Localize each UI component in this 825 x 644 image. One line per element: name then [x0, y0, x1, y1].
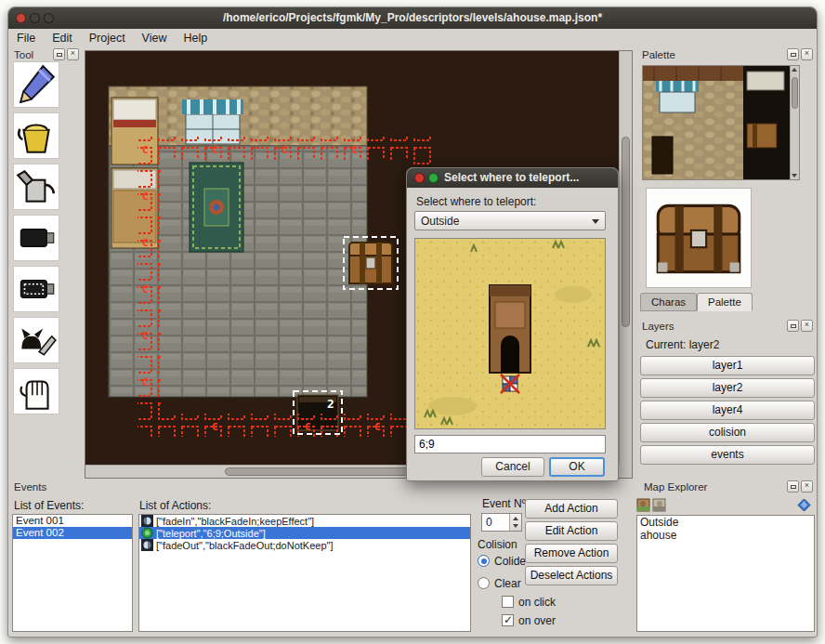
layers-dock-float-icon[interactable] — [787, 320, 799, 332]
charas-tool[interactable] — [13, 317, 59, 363]
actions-list[interactable]: ["fadeIn","blackFadeIn;keepEffect"] ["te… — [138, 514, 471, 632]
event-no-label: Event Nº — [482, 497, 526, 510]
spinner-buttons[interactable] — [509, 514, 521, 531]
new-map-icon[interactable] — [636, 498, 650, 512]
colide-radio-label[interactable]: Colide — [494, 555, 526, 568]
tileset-gem-icon[interactable] — [797, 498, 811, 512]
palette-scrollbar[interactable] — [790, 66, 799, 179]
fade-icon — [141, 515, 153, 527]
tileset-palette[interactable] — [642, 65, 800, 180]
bucket-fill-tool[interactable] — [13, 112, 59, 159]
dialog-close-icon[interactable] — [414, 173, 425, 183]
dialog-maximize-icon[interactable] — [428, 173, 439, 183]
pencil-icon — [14, 62, 59, 107]
pencil-tool[interactable] — [13, 61, 59, 108]
list-item[interactable]: ahouse — [637, 529, 814, 542]
colision-label: Colision — [478, 538, 517, 551]
svg-text:C: C — [142, 376, 149, 388]
marker-tool[interactable] — [13, 215, 59, 261]
dialog-titlebar[interactable]: Select where to teleport... — [407, 168, 618, 188]
svg-text:C: C — [212, 144, 218, 156]
events-list[interactable]: Event 001 Event 002 — [12, 514, 133, 632]
list-item[interactable]: ["fadeIn","blackFadeIn;keepEffect"] — [139, 515, 470, 527]
tool-dock-title: Tool — [14, 49, 33, 60]
map-explorer-close-icon[interactable]: × — [801, 480, 813, 493]
list-item[interactable]: ["fadeOut","blackFadeOut;doNotKeep"] — [139, 539, 470, 551]
tower-structure — [490, 285, 530, 373]
colide-radio[interactable] — [478, 555, 490, 567]
maximize-window-icon[interactable] — [44, 13, 54, 23]
svg-text:C: C — [142, 283, 149, 296]
map-explorer-float-icon[interactable] — [787, 480, 799, 493]
edit-action-button[interactable]: Edit Action — [525, 521, 618, 541]
on-over-checkbox[interactable] — [502, 614, 514, 626]
on-click-label[interactable]: on click — [518, 596, 556, 609]
collision-band-left — [138, 160, 161, 414]
clear-radio-label[interactable]: Clear — [494, 577, 521, 590]
scroll-down-icon[interactable] — [792, 174, 797, 177]
palette-scrollbar-thumb[interactable] — [792, 77, 798, 109]
svg-text:C: C — [212, 421, 218, 433]
paint-pour-tool[interactable] — [13, 164, 59, 210]
ok-button[interactable]: OK — [549, 457, 605, 477]
layers-dock-close-icon[interactable]: × — [801, 320, 813, 332]
layer4-button[interactable]: layer4 — [640, 401, 815, 420]
layer1-button[interactable]: layer1 — [640, 356, 815, 375]
menu-view[interactable]: View — [134, 29, 176, 48]
menubar: File Edit Project View Help — [8, 29, 817, 48]
canvas-vertical-scrollbar[interactable] — [619, 51, 632, 467]
tab-palette[interactable]: Palette — [697, 293, 753, 311]
on-click-checkbox[interactable] — [502, 596, 514, 608]
selected-tile-preview — [646, 188, 752, 288]
event-no-spinner[interactable]: 0 — [481, 513, 522, 532]
layer2-button[interactable]: layer2 — [640, 378, 815, 398]
menu-edit[interactable]: Edit — [44, 29, 81, 48]
list-item[interactable]: ["teleport","6;9;Outside"] — [139, 527, 470, 539]
scrollbar-corner — [619, 465, 632, 478]
events-button[interactable]: events — [640, 445, 815, 465]
add-action-button[interactable]: Add Action — [525, 499, 618, 519]
chest-tile — [349, 243, 392, 283]
menu-help[interactable]: Help — [175, 29, 216, 48]
map-folder-icon[interactable] — [652, 498, 666, 512]
deselect-actions-button[interactable]: Deselect Actions — [525, 566, 618, 585]
remove-action-button[interactable]: Remove Action — [525, 544, 618, 563]
carpet-tile — [190, 163, 243, 252]
menu-file[interactable]: File — [8, 29, 44, 48]
close-window-icon[interactable] — [16, 13, 26, 23]
pan-hand-tool[interactable] — [13, 368, 59, 414]
scroll-up-icon[interactable] — [792, 68, 797, 72]
event-no-value: 0 — [486, 516, 492, 529]
tab-charas[interactable]: Charas — [640, 293, 697, 311]
palette-dock-close-icon[interactable]: × — [801, 48, 813, 60]
event-number-marker: 2 — [327, 397, 334, 411]
cat-pencil-icon — [14, 318, 59, 362]
list-item[interactable]: Event 002 — [13, 527, 132, 539]
window-title: /home/erico/Projects/fgmk/My_Pro/descrip… — [64, 11, 761, 24]
tool-dock-float-icon[interactable] — [53, 48, 65, 60]
position-input[interactable] — [414, 435, 606, 453]
collision-band-bottom — [138, 414, 437, 437]
palette-dock-float-icon[interactable] — [787, 48, 799, 60]
canvas-vertical-scrollbar-thumb[interactable] — [622, 137, 630, 327]
svg-text:C: C — [142, 330, 149, 342]
titlebar[interactable]: /home/erico/Projects/fgmk/My_Pro/descrip… — [8, 7, 817, 29]
map-explorer-list[interactable]: Outside ahouse — [636, 515, 815, 632]
layers-dock-title: Layers — [642, 321, 674, 332]
list-item[interactable]: Event 001 — [13, 515, 132, 527]
stamp-icon — [14, 267, 59, 311]
clear-radio[interactable] — [478, 577, 490, 589]
screen: /home/erico/Projects/fgmk/My_Pro/descrip… — [0, 0, 825, 644]
destination-map-preview[interactable] — [414, 238, 606, 429]
teleport-label: Select where to teleport: — [416, 195, 536, 208]
stamp-tool[interactable] — [13, 266, 59, 312]
colision-button[interactable]: colision — [640, 423, 815, 442]
minimize-window-icon[interactable] — [30, 13, 40, 23]
list-item[interactable]: Outside — [637, 516, 814, 529]
destination-combobox[interactable]: Outside — [414, 211, 606, 230]
cancel-button[interactable]: Cancel — [481, 457, 544, 477]
menu-project[interactable]: Project — [81, 29, 134, 48]
teleport-dialog: Select where to teleport... Select where… — [406, 167, 619, 481]
tool-dock-close-icon[interactable]: × — [67, 48, 79, 60]
on-over-label[interactable]: on over — [518, 614, 556, 627]
